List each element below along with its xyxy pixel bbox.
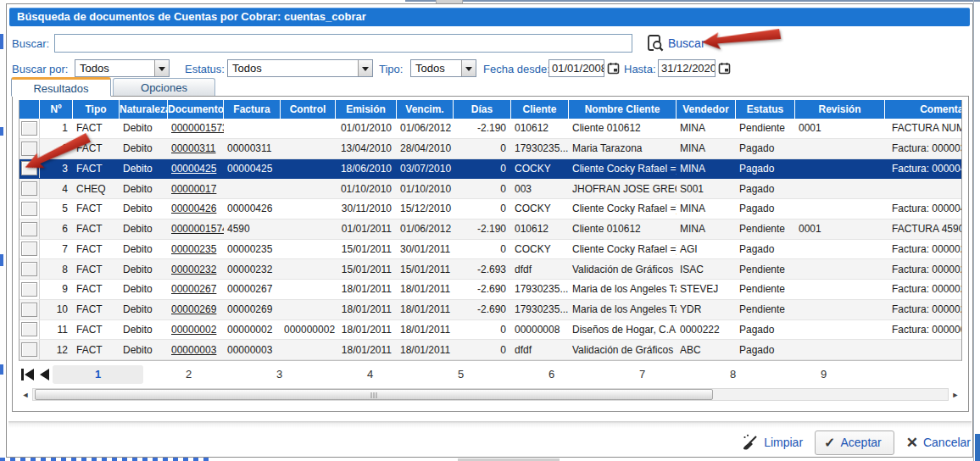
document-link[interactable]: 0000001574 bbox=[171, 223, 224, 235]
page-number-7[interactable]: 7 bbox=[597, 365, 688, 384]
table-row[interactable]: 1FACTDebito000000157301/01/201001/06/201… bbox=[19, 119, 962, 139]
page-number-4[interactable]: 4 bbox=[325, 365, 415, 384]
table-row[interactable]: 6FACTDebito0000001574459001/01/201101/06… bbox=[19, 219, 962, 240]
row-checkbox[interactable] bbox=[21, 202, 37, 216]
row-checkbox[interactable] bbox=[21, 222, 37, 236]
prev-page-button[interactable] bbox=[36, 366, 53, 383]
column-header-n[interactable]: Nº bbox=[40, 100, 73, 119]
tab-resultados[interactable]: Resultados bbox=[11, 77, 111, 97]
scroll-right-button[interactable]: ► bbox=[949, 388, 962, 401]
fecha-desde-input[interactable]: 01/01/2008 bbox=[548, 59, 604, 77]
column-header-factura[interactable]: Factura bbox=[224, 100, 281, 119]
row-checkbox[interactable] bbox=[21, 242, 37, 256]
dialog-titlebar[interactable]: Búsqueda de documentos de Cuentas por Co… bbox=[9, 8, 970, 26]
document-link[interactable]: 00000003 bbox=[171, 344, 216, 356]
column-header-naturaleza[interactable]: Naturaleza bbox=[120, 100, 168, 119]
document-link[interactable]: 00000311 bbox=[171, 142, 216, 154]
row-checkbox[interactable] bbox=[21, 181, 37, 196]
cell-comentario: Factura: 00000267 bbox=[885, 283, 962, 295]
table-row[interactable]: 11FACTDebito000000020000000200000000218/… bbox=[19, 320, 962, 341]
column-header-nombre[interactable]: Nombre Cliente bbox=[569, 100, 677, 119]
column-header-dias[interactable]: Días bbox=[454, 100, 511, 119]
column-header-comentario[interactable]: Comentario bbox=[885, 100, 962, 119]
row-checkbox[interactable] bbox=[21, 121, 37, 136]
table-row[interactable]: 4CHEQDebito0000001701/10/201001/10/20100… bbox=[19, 179, 962, 199]
document-link[interactable]: 00000267 bbox=[171, 283, 216, 295]
column-header-control[interactable]: Control bbox=[281, 100, 336, 119]
first-page-button[interactable] bbox=[19, 366, 36, 383]
row-checkbox[interactable] bbox=[21, 161, 37, 175]
cell-documento[interactable]: 00000017 bbox=[168, 183, 224, 195]
table-row[interactable]: 10FACTDebito000002690000026918/01/201118… bbox=[19, 300, 962, 320]
column-header-vencimiento[interactable]: Vencim. bbox=[397, 100, 454, 119]
document-link[interactable]: 0000001573 bbox=[171, 122, 224, 134]
row-checkbox[interactable] bbox=[21, 303, 37, 317]
cell-documento[interactable]: 00000235 bbox=[168, 243, 224, 255]
page-number-9[interactable]: 9 bbox=[778, 365, 869, 384]
document-link[interactable]: 00000426 bbox=[171, 203, 216, 214]
buscar-por-select[interactable]: Todos bbox=[75, 59, 170, 77]
cell-documento[interactable]: 00000232 bbox=[168, 264, 224, 275]
buscar-button[interactable]: Buscar bbox=[646, 32, 705, 54]
tipo-select[interactable]: Todos bbox=[410, 59, 476, 77]
column-header-tipo[interactable]: Tipo bbox=[73, 100, 120, 119]
column-header-revision[interactable]: Revisión bbox=[795, 100, 885, 119]
scroll-left-button[interactable]: ◄ bbox=[19, 388, 32, 401]
table-row[interactable]: 12FACTDebito000000030000000318/01/201118… bbox=[19, 340, 962, 360]
table-row[interactable]: 9FACTDebito000002670000026718/01/201118/… bbox=[19, 280, 962, 300]
row-checkbox[interactable] bbox=[21, 282, 37, 297]
cell-documento[interactable]: 0000001573 bbox=[168, 122, 224, 134]
aceptar-button[interactable]: ✓ Aceptar bbox=[815, 430, 894, 455]
document-link[interactable]: 00000232 bbox=[171, 264, 216, 275]
document-link[interactable]: 00000002 bbox=[171, 324, 216, 336]
cell-documento[interactable]: 00000425 bbox=[168, 163, 224, 175]
table-row[interactable]: 2FACTDebito000003110000031113/04/201028/… bbox=[19, 139, 962, 159]
cell-documento[interactable]: 00000003 bbox=[168, 344, 224, 356]
search-input[interactable] bbox=[54, 34, 632, 53]
estatus-select[interactable]: Todos bbox=[227, 59, 373, 77]
scrollbar-track[interactable] bbox=[32, 388, 949, 401]
row-checkbox[interactable] bbox=[21, 142, 37, 156]
hasta-input[interactable]: 31/12/2020 bbox=[658, 59, 716, 77]
cancelar-button[interactable]: ✕ Cancelar bbox=[906, 434, 971, 452]
document-link[interactable]: 00000017 bbox=[171, 183, 216, 195]
tab-opciones[interactable]: Opciones bbox=[113, 78, 215, 97]
chevron-down-icon[interactable] bbox=[358, 60, 372, 76]
cell-documento[interactable]: 00000426 bbox=[168, 203, 224, 214]
cell-estatus: Pendiente bbox=[736, 223, 795, 235]
limpiar-button[interactable]: Limpiar bbox=[742, 434, 803, 451]
table-row[interactable]: 3FACTDebito000004250000042518/06/201003/… bbox=[19, 159, 962, 180]
cell-documento[interactable]: 00000311 bbox=[168, 142, 224, 154]
calendar-icon[interactable] bbox=[607, 62, 620, 75]
page-number-6[interactable]: 6 bbox=[506, 365, 597, 384]
document-link[interactable]: 00000425 bbox=[171, 163, 216, 175]
row-checkbox[interactable] bbox=[21, 322, 37, 336]
page-number-8[interactable]: 8 bbox=[688, 365, 778, 384]
scrollbar-thumb[interactable] bbox=[35, 389, 713, 400]
calendar-icon[interactable] bbox=[718, 62, 731, 75]
table-row[interactable]: 7FACTDebito000002350000023515/01/201130/… bbox=[19, 240, 962, 260]
chevron-down-icon[interactable] bbox=[461, 60, 476, 76]
column-header-estatus[interactable]: Estatus bbox=[736, 100, 795, 119]
cell-documento[interactable]: 0000001574 bbox=[168, 223, 224, 235]
column-header-documento[interactable]: Documento bbox=[168, 100, 224, 119]
cell-documento[interactable]: 00000002 bbox=[168, 324, 224, 336]
column-header-vendedor[interactable]: Vendedor bbox=[677, 100, 736, 119]
column-header-emision[interactable]: Emisión bbox=[336, 100, 397, 119]
table-row[interactable]: 8FACTDebito000002320000023215/01/201115/… bbox=[19, 259, 962, 280]
cell-documento[interactable]: 00000269 bbox=[168, 303, 224, 315]
cell-documento[interactable]: 00000267 bbox=[168, 283, 224, 295]
page-number-1[interactable]: 1 bbox=[53, 365, 143, 384]
column-header-cliente[interactable]: Cliente bbox=[511, 100, 569, 119]
document-link[interactable]: 00000235 bbox=[171, 243, 216, 255]
row-checkbox[interactable] bbox=[21, 262, 37, 276]
document-link[interactable]: 00000269 bbox=[171, 303, 216, 315]
page-number-2[interactable]: 2 bbox=[143, 365, 234, 384]
cell-estatus: Pendiente bbox=[736, 264, 795, 275]
page-number-5[interactable]: 5 bbox=[415, 365, 506, 384]
row-checkbox[interactable] bbox=[21, 342, 37, 357]
chevron-down-icon[interactable] bbox=[154, 60, 169, 76]
tipo-label: Tipo: bbox=[379, 63, 403, 75]
page-number-3[interactable]: 3 bbox=[234, 365, 325, 384]
table-row[interactable]: 5FACTDebito000004260000042630/11/201015/… bbox=[19, 199, 962, 219]
